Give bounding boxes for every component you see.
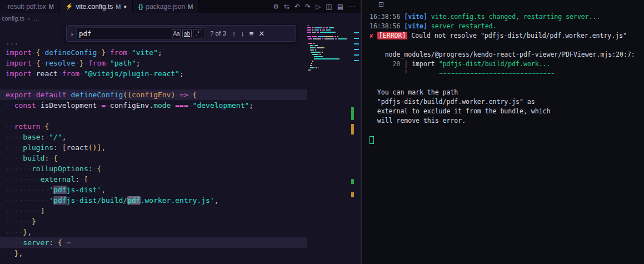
- terminal-pane: ⊡ 16:38:56 [vite] vite.config.ts changed…: [362, 0, 644, 264]
- code-line[interactable]: ····base:·"/",: [6, 132, 307, 142]
- find-input-box: Aa ab .*: [76, 27, 205, 39]
- terminal-line: [370, 135, 644, 145]
- terminal-line: external to exclude it from the bundle, …: [370, 107, 644, 116]
- tab-label: package.json: [146, 3, 185, 11]
- code-line[interactable]: ······}: [6, 216, 307, 227]
- minimap[interactable]: [307, 23, 351, 264]
- layout-icon[interactable]: ▤: [337, 3, 343, 11]
- terminal-header: ⊡: [362, 0, 644, 9]
- code-line[interactable]: ··return·{: [6, 121, 307, 132]
- terminal-line: 16:38:56 [vite] vite.config.ts changed, …: [370, 12, 644, 22]
- code-line[interactable]: ········]: [6, 206, 307, 216]
- code-line[interactable]: [6, 111, 307, 121]
- code-line[interactable]: export·default·defineConfig((configEnv)·…: [0, 89, 307, 100]
- tab-bar: -result-pdf.tsx M ⚡ vite.config.ts M ● {…: [0, 0, 361, 13]
- run-icon[interactable]: ▷: [316, 3, 321, 11]
- git-modified-marker: [351, 124, 354, 135]
- find-results-count: ? of 3: [210, 30, 226, 37]
- code-line[interactable]: ··const·isDevelopment·=·configEnv.mode·=…: [6, 100, 307, 111]
- dirty-indicator[interactable]: ●: [123, 4, 126, 9]
- tab-package-json[interactable]: {} package.json M: [133, 0, 199, 13]
- terminal-line: 16:38:56 [vite] server restarted.: [370, 22, 644, 31]
- terminal-line: ╵ ~~~~~~~~~~~~~~~~~~~~~~~~~~~~~~: [370, 69, 644, 78]
- git-modified-marker: [351, 192, 354, 197]
- vite-file-icon: ⚡: [66, 3, 73, 10]
- ruler-mark: [354, 43, 359, 44]
- code-line[interactable]: ········external:·[: [6, 174, 307, 185]
- chevron-right-icon: ›: [28, 15, 30, 22]
- ruler-mark: [354, 38, 359, 39]
- code-line[interactable]: ····build:·{: [6, 153, 307, 163]
- breadcrumb-more[interactable]: …: [33, 15, 39, 22]
- ruler-mark: [354, 54, 359, 56]
- find-in-selection-icon[interactable]: ≡: [248, 29, 255, 38]
- regex-toggle[interactable]: .*: [193, 29, 202, 38]
- terminal-line: 20 │ import "pdfjs-dist/build/pdf.work..…: [370, 59, 644, 69]
- terminal-line: ✘ [ERROR] Could not resolve "pdfjs-dist/…: [370, 31, 644, 41]
- code-line[interactable]: ····server:·{·⋯: [0, 237, 307, 248]
- whole-word-toggle[interactable]: ab: [182, 29, 192, 38]
- editor-pane: -result-pdf.tsx M ⚡ vite.config.ts M ● {…: [0, 0, 362, 264]
- code-line[interactable]: ··········'pdfjs-dist',: [6, 185, 307, 195]
- code-line[interactable]: [6, 79, 307, 89]
- terminal-line: [370, 78, 644, 88]
- overview-ruler[interactable]: [351, 23, 361, 264]
- minimap-content: [307, 25, 351, 72]
- ruler-mark: [354, 49, 359, 50]
- code-line[interactable]: import·{·resolve·}·from·"path";: [6, 58, 307, 68]
- terminal-line: will remove this error.: [370, 116, 644, 126]
- code-line[interactable]: ··},: [6, 248, 307, 258]
- breadcrumb[interactable]: config.ts › …: [0, 13, 361, 23]
- ruler-mark: [354, 60, 359, 61]
- git-modified-badge: M: [116, 3, 121, 10]
- code-line[interactable]: import·react·from·"@vitejs/plugin-react"…: [6, 68, 307, 79]
- terminal-line: You can mark the path: [370, 88, 644, 97]
- code-line[interactable]: ····},: [6, 227, 307, 237]
- terminal-panel-icon[interactable]: ⊡: [378, 1, 384, 8]
- nav-back-icon[interactable]: ↶: [294, 3, 300, 11]
- code-line[interactable]: ····plugins:·[react()],: [6, 142, 307, 153]
- tab-vite-config[interactable]: ⚡ vite.config.ts M ●: [60, 0, 133, 13]
- split-editor-icon[interactable]: ◫: [326, 3, 332, 11]
- nav-forward-icon[interactable]: ↷: [305, 3, 311, 11]
- code-line[interactable]: import·{·defineConfig·}·from·"vite";: [6, 47, 307, 58]
- terminal-line: "pdfjs-dist/build/pdf.worker.entry.js" a…: [370, 97, 644, 107]
- editor-actions: ⚙⇆↶↷▷◫▤⋯: [273, 0, 361, 13]
- compare-changes-icon[interactable]: ⇆: [284, 3, 289, 11]
- settings-gear-icon[interactable]: ⚙: [273, 3, 279, 11]
- code-lines[interactable]: ...import·{·defineConfig·}·from·"vite";i…: [0, 23, 307, 258]
- code-line[interactable]: ······rollupOptions:·{: [6, 163, 307, 174]
- terminal-line: node_modules/@progress/kendo-react-pdf-v…: [370, 50, 644, 59]
- close-find-icon[interactable]: ✕: [257, 29, 266, 38]
- git-added-marker: [351, 107, 354, 120]
- code-editor[interactable]: ...import·{·defineConfig·}·from·"vite";i…: [0, 23, 361, 264]
- terminal-line: [370, 41, 644, 50]
- ruler-mark: [354, 32, 359, 33]
- find-previous-icon[interactable]: ↑: [231, 29, 237, 38]
- find-widget: › Aa ab .* ? of 3 ↑ ↓ ≡ ✕: [66, 25, 296, 42]
- match-case-toggle[interactable]: Aa: [172, 29, 181, 38]
- git-added-marker: [351, 179, 354, 184]
- breadcrumb-file[interactable]: config.ts: [2, 15, 24, 22]
- code-line[interactable]: ··········'pdfjs-dist/build/pdf.worker.e…: [6, 195, 307, 206]
- app-window: -result-pdf.tsx M ⚡ vite.config.ts M ● {…: [0, 0, 644, 264]
- tab-label: vite.config.ts: [76, 3, 113, 11]
- git-modified-badge: M: [188, 3, 193, 10]
- tab-label: -result-pdf.tsx: [6, 3, 46, 11]
- more-actions-icon[interactable]: ⋯: [348, 3, 355, 11]
- tab-result-pdf[interactable]: -result-pdf.tsx M: [0, 0, 60, 13]
- json-file-icon: {}: [138, 3, 143, 10]
- toggle-replace-icon[interactable]: ›: [71, 29, 73, 38]
- find-next-icon[interactable]: ↓: [239, 29, 246, 38]
- terminal-line: [370, 126, 644, 135]
- terminal-lines[interactable]: 16:38:56 [vite] vite.config.ts changed, …: [362, 9, 644, 145]
- find-input[interactable]: [79, 29, 171, 38]
- git-modified-badge: M: [49, 3, 54, 10]
